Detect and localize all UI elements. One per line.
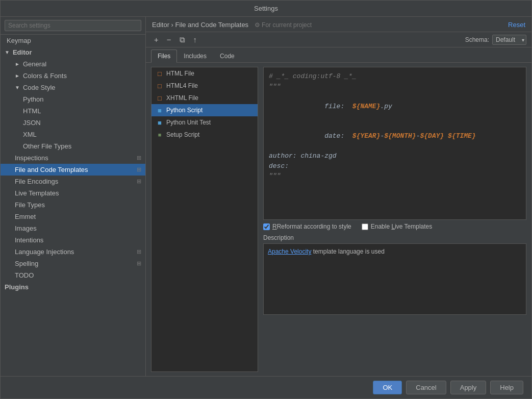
sidebar-item-label: HTML — [23, 107, 41, 115]
cancel-button[interactable]: Cancel — [406, 381, 446, 394]
code-line-3: file: ${NAME}.py — [269, 91, 521, 121]
file-list: □ HTML File □ HTML4 File □ XHTML File ■ … — [151, 67, 258, 372]
reformat-checkbox-label[interactable]: RReformat according to style — [263, 223, 351, 230]
sidebar-item-html[interactable]: HTML — [1, 105, 145, 117]
badge-icon-lang-inject: ⊞ — [137, 248, 141, 255]
title-bar: Settings — [1, 1, 531, 17]
sidebar-item-label: Python — [23, 95, 43, 103]
apply-button[interactable]: Apply — [450, 381, 487, 394]
sidebar-item-spelling[interactable]: Spelling ⊞ — [1, 258, 145, 269]
description-section: Description Apache Velocity template lan… — [263, 234, 526, 315]
sidebar-item-json[interactable]: JSON — [1, 117, 145, 129]
code-line-4: date: ${YEAR}-${MONTH}-${DAY} ${TIME} — [269, 121, 521, 152]
sidebar-item-python[interactable]: Python — [1, 93, 145, 105]
sidebar-item-label: Inspections — [15, 154, 48, 162]
sidebar-item-label: General — [23, 60, 46, 68]
sidebar-item-editor[interactable]: ▼ Editor — [1, 46, 145, 58]
sidebar-item-label: File and Code Templates — [15, 166, 88, 173]
editor-panel: # _*_ coding:utf-8 _*_ """ file: ${NAME}… — [263, 67, 526, 372]
for-project-label: ⚙ For current project — [255, 21, 312, 29]
content-area: □ HTML File □ HTML4 File □ XHTML File ■ … — [146, 63, 531, 376]
export-button[interactable]: ↑ — [190, 34, 200, 45]
sidebar-item-colors-fonts[interactable]: ► Colors & Fonts — [1, 70, 145, 82]
sidebar-item-label: Spelling — [15, 260, 38, 267]
sidebar-item-code-style[interactable]: ▼ Code Style — [1, 82, 145, 93]
html-file-icon: □ — [156, 69, 164, 78]
sidebar-item-emmet[interactable]: Emmet — [1, 211, 145, 222]
sidebar-item-other-file-types[interactable]: Other File Types — [1, 140, 145, 152]
schema-select[interactable]: Default — [492, 35, 526, 45]
sidebar-item-xml[interactable]: XML — [1, 129, 145, 140]
tab-files[interactable]: Files — [151, 49, 177, 63]
expand-arrow-colors: ► — [15, 73, 20, 79]
badge-icon-file-templates: ⊞ — [137, 166, 141, 173]
sidebar-item-label: Images — [15, 225, 37, 232]
sidebar-item-todo[interactable]: TODO — [1, 269, 145, 281]
badge-icon-file-encodings: ⊞ — [137, 178, 141, 185]
search-input[interactable] — [5, 20, 141, 31]
python-unit-test-icon: ■ — [156, 118, 164, 127]
tab-includes[interactable]: Includes — [177, 49, 213, 62]
add-button[interactable]: + — [151, 34, 162, 45]
sidebar: Keymap ▼ Editor ► General ► Colors & Fon… — [1, 17, 146, 376]
sidebar-item-label: TODO — [15, 271, 34, 279]
file-item-xhtml-file[interactable]: □ XHTML File — [151, 92, 258, 104]
live-templates-checkbox[interactable] — [362, 223, 368, 230]
sidebar-item-plugins[interactable]: Plugins — [1, 281, 145, 293]
sidebar-item-inspections[interactable]: Inspections ⊞ — [1, 152, 145, 164]
dialog-footer: OK Cancel Apply Help — [1, 376, 531, 398]
dialog-title: Settings — [254, 5, 278, 12]
python-script-icon: ■ — [156, 106, 164, 114]
file-item-html-file[interactable]: □ HTML File — [151, 67, 258, 80]
sidebar-item-label: Colors & Fonts — [23, 72, 67, 80]
sidebar-item-label: File Types — [15, 201, 45, 209]
sidebar-item-label: Intentions — [15, 236, 43, 244]
sidebar-item-label: Live Templates — [15, 189, 59, 197]
settings-dialog: Settings Keymap ▼ Editor ► General — [0, 0, 532, 399]
sidebar-item-label: Emmet — [15, 213, 36, 220]
reformat-checkbox[interactable] — [263, 223, 270, 230]
sidebar-item-intentions[interactable]: Intentions — [1, 234, 145, 246]
code-line-7: """ — [269, 171, 521, 181]
code-line-5: author: china-zgd — [269, 151, 521, 161]
file-item-python-script[interactable]: ■ Python Script — [151, 104, 258, 116]
sidebar-item-file-and-code-templates[interactable]: File and Code Templates ⊞ — [1, 164, 145, 176]
tab-code[interactable]: Code — [213, 49, 241, 62]
badge-icon-spelling: ⊞ — [137, 260, 141, 267]
badge-icon-inspections: ⊞ — [137, 155, 141, 161]
sidebar-item-images[interactable]: Images — [1, 222, 145, 234]
html4-file-icon: □ — [156, 82, 164, 90]
search-bar — [1, 17, 145, 35]
expand-arrow-general: ► — [15, 61, 20, 67]
expand-arrow-editor: ▼ — [5, 49, 10, 55]
sidebar-item-language-injections[interactable]: Language Injections ⊞ — [1, 246, 145, 258]
sidebar-item-general[interactable]: ► General — [1, 58, 145, 70]
help-button[interactable]: Help — [490, 381, 523, 394]
code-editor[interactable]: # _*_ coding:utf-8 _*_ """ file: ${NAME}… — [263, 67, 526, 220]
apache-velocity-link[interactable]: Apache Velocity — [268, 248, 311, 255]
sidebar-item-live-templates[interactable]: Live Templates — [1, 187, 145, 199]
main-header: Editor › File and Code Templates ⚙ For c… — [146, 17, 531, 32]
remove-button[interactable]: − — [164, 34, 174, 45]
sidebar-item-label: XML — [23, 131, 37, 138]
ok-button[interactable]: OK — [373, 381, 402, 394]
reset-button[interactable]: Reset — [508, 21, 525, 29]
code-line-6: desc: — [269, 161, 521, 171]
file-item-setup-script[interactable]: ■ Setup Script — [151, 129, 258, 141]
file-item-python-unit-test[interactable]: ■ Python Unit Test — [151, 116, 258, 129]
setup-script-icon: ■ — [156, 131, 164, 139]
sidebar-item-file-types[interactable]: File Types — [1, 199, 145, 211]
schema-wrapper: Default ▾ — [492, 35, 526, 45]
live-templates-checkbox-label[interactable]: Enable Live Templates — [362, 223, 433, 230]
file-item-html4-file[interactable]: □ HTML4 File — [151, 80, 258, 92]
toolbar: + − ⧉ ↑ Schema: Default ▾ — [146, 32, 531, 47]
reformat-label: RReformat according to style — [272, 223, 351, 230]
copy-button[interactable]: ⧉ — [176, 34, 188, 45]
sidebar-item-label: Language Injections — [15, 248, 74, 256]
options-row: RReformat according to style Enable Live… — [263, 220, 526, 231]
sidebar-item-label: JSON — [23, 119, 41, 127]
description-text: template language is used — [311, 248, 384, 255]
sidebar-item-label: Other File Types — [23, 142, 71, 150]
sidebar-item-keymap[interactable]: Keymap — [1, 35, 145, 46]
sidebar-item-file-encodings[interactable]: File Encodings ⊞ — [1, 176, 145, 187]
